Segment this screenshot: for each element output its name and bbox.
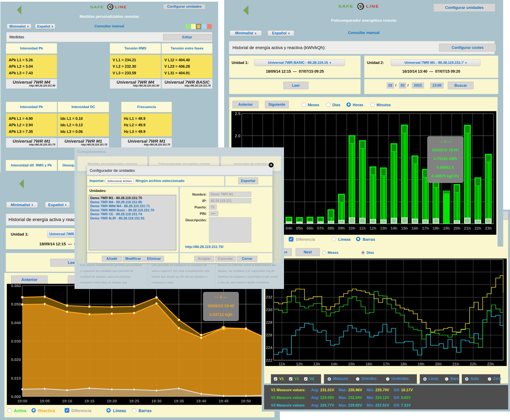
- svg-text:222: 222: [266, 358, 272, 362]
- svg-text:22h: 22h: [470, 362, 477, 366]
- svg-text:19:45: 19:45: [218, 399, 229, 403]
- svg-text:07h: 07h: [317, 226, 324, 230]
- svg-text:0.030: 0.030: [11, 339, 21, 343]
- svg-text:17h: 17h: [422, 226, 429, 230]
- svg-text:0.050: 0.050: [11, 302, 21, 306]
- svg-text:20h: 20h: [435, 362, 442, 366]
- svg-text:0.060: 0.060: [11, 284, 21, 288]
- svg-text:19:00: 19:00: [17, 399, 28, 403]
- svg-text:0.000: 0.000: [11, 395, 21, 399]
- svg-text:19:40: 19:40: [196, 399, 206, 403]
- svg-text:16h: 16h: [366, 362, 372, 366]
- svg-text:23h: 23h: [487, 362, 494, 366]
- svg-text:11h: 11h: [359, 226, 366, 230]
- svg-text:10h: 10h: [349, 226, 355, 230]
- svg-text:0.020: 0.020: [11, 358, 21, 362]
- svg-text:16h: 16h: [412, 226, 418, 230]
- svg-text:13h: 13h: [313, 362, 320, 366]
- svg-text:21h: 21h: [452, 362, 459, 366]
- svg-text:18h: 18h: [400, 362, 407, 366]
- svg-text:226: 226: [266, 333, 272, 337]
- svg-text:0.040: 0.040: [11, 321, 21, 325]
- svg-text:19:20: 19:20: [107, 399, 117, 403]
- svg-text:19:50: 19:50: [241, 399, 251, 403]
- svg-text:05h: 05h: [296, 226, 303, 230]
- svg-text:21h: 21h: [464, 226, 471, 230]
- svg-text:15h: 15h: [348, 362, 355, 366]
- svg-text:19:25: 19:25: [129, 399, 139, 403]
- svg-text:14h: 14h: [390, 226, 398, 230]
- svg-text:19:35: 19:35: [174, 399, 184, 403]
- svg-text:11h: 11h: [279, 362, 285, 366]
- svg-text:23h: 23h: [485, 226, 492, 230]
- svg-text:2.5: 2.5: [235, 111, 240, 116]
- svg-text:04h: 04h: [286, 226, 292, 230]
- svg-text:12h: 12h: [370, 226, 376, 230]
- svg-text:13h: 13h: [380, 226, 387, 230]
- svg-text:19:30: 19:30: [151, 399, 162, 403]
- svg-text:232: 232: [266, 295, 272, 299]
- svg-text:0.010: 0.010: [11, 376, 21, 381]
- svg-text:19h: 19h: [443, 226, 450, 230]
- svg-text:230: 230: [266, 308, 272, 312]
- svg-text:18h: 18h: [433, 226, 439, 230]
- svg-text:08h: 08h: [328, 226, 335, 230]
- svg-text:17h: 17h: [383, 362, 390, 366]
- svg-text:20h: 20h: [453, 226, 460, 230]
- svg-text:15h: 15h: [401, 226, 408, 230]
- svg-text:14h: 14h: [331, 362, 338, 366]
- svg-text:19h: 19h: [418, 362, 425, 366]
- svg-text:2.0: 2.0: [235, 134, 240, 138]
- svg-text:22h: 22h: [475, 226, 481, 230]
- svg-text:224: 224: [266, 345, 272, 350]
- svg-text:19:10: 19:10: [62, 399, 72, 403]
- svg-text:19:05: 19:05: [40, 399, 50, 403]
- svg-text:09h: 09h: [338, 226, 345, 230]
- svg-text:19:15: 19:15: [84, 399, 95, 403]
- svg-text:12h: 12h: [296, 362, 303, 366]
- svg-text:228: 228: [266, 320, 272, 325]
- svg-text:06h: 06h: [307, 226, 313, 230]
